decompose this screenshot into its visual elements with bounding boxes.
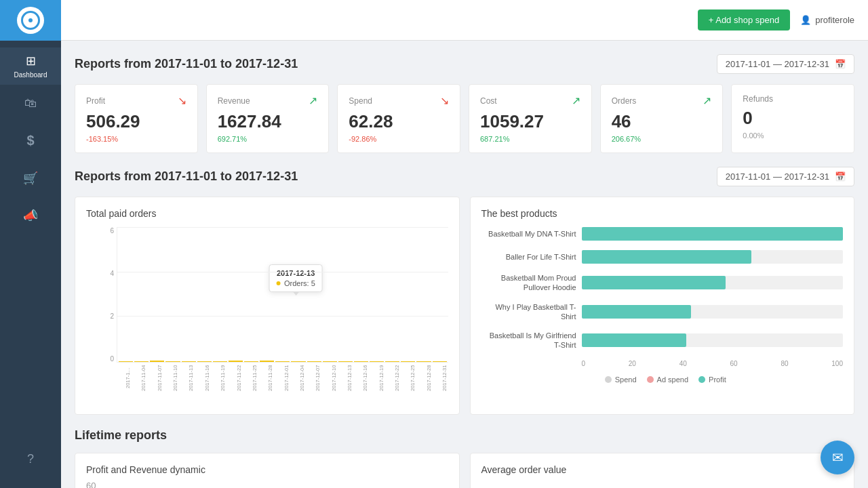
dashboard-icon: ⊞: [26, 54, 36, 68]
lifetime-title: Lifetime reports: [75, 428, 854, 443]
sidebar-item-finance[interactable]: $: [0, 122, 61, 159]
x-label-21: 2017-12-31: [433, 363, 448, 393]
stat-value-orders: 46: [612, 111, 712, 132]
sidebar-item-campaigns[interactable]: 📣: [0, 197, 61, 234]
trend-icon-revenue: ↗: [309, 94, 317, 107]
topbar: + Add shop spend 👤 profiterole: [61, 0, 868, 41]
sidebar-item-help[interactable]: ?: [27, 441, 34, 478]
x-label-100: 100: [831, 360, 843, 367]
bar-2017-1: [119, 361, 133, 362]
chat-icon: ✉: [832, 449, 844, 466]
x-label-15: 2017-12-13: [338, 363, 353, 393]
lifetime-profit-revenue-value: 60: [86, 481, 448, 488]
y-label-2: 2: [110, 312, 114, 320]
y-label-6: 6: [110, 227, 114, 235]
product-label-4: Why I Play Basketball T-Shirt: [488, 302, 576, 322]
stat-value-spend: 62.28: [349, 111, 449, 132]
x-label-60: 60: [730, 360, 738, 367]
product-track-3: [582, 276, 844, 289]
sidebar-item-dashboard[interactable]: ⊞ Dashboard: [0, 47, 61, 85]
chat-button[interactable]: ✉: [821, 441, 854, 474]
calendar-icon-1: 📅: [835, 59, 846, 69]
x-label-3: 2017-11-07: [149, 363, 163, 393]
x-label-5: 2017-11-13: [180, 363, 194, 393]
legend-label-spend: Spend: [615, 375, 637, 384]
sidebar: ⊞ Dashboard 🛍 $ 🛒 📣 ?: [0, 0, 61, 488]
legend-dot-profit: [698, 376, 705, 383]
stat-change-revenue: 692.71%: [218, 135, 318, 143]
bar-2017-12-04: [291, 361, 305, 362]
trend-icon-orders: ↗: [703, 94, 711, 107]
lifetime-chart-avg-order: Average order value: [470, 453, 855, 488]
stat-value-profit: 506.29: [86, 111, 186, 132]
x-label-20: 20: [629, 360, 636, 367]
user-icon: 👤: [800, 15, 811, 25]
user-menu[interactable]: 👤 profiterole: [800, 15, 854, 25]
legend-profit: Profit: [698, 375, 726, 384]
sidebar-item-label-dashboard: Dashboard: [14, 71, 47, 79]
reports-section1-title: Reports from 2017-11-01 to 2017-12-31: [75, 57, 298, 71]
add-shop-spend-button[interactable]: + Add shop spend: [698, 9, 790, 30]
bar-2017-12-31: [433, 361, 447, 362]
h-bar-chart: Basketball My DNA T-Shirt Baller For Lif…: [481, 227, 844, 384]
product-track-1: [582, 227, 844, 241]
main-content: + Add shop spend 👤 profiterole Reports f…: [61, 0, 868, 488]
date-range-picker-1[interactable]: 2017-11-01 — 2017-12-31 📅: [717, 54, 854, 74]
legend-ad-spend: Ad spend: [647, 375, 688, 384]
date-range-1-label: 2017-11-01 — 2017-12-31: [726, 59, 829, 69]
product-row-2: Baller For Life T-Shirt: [488, 250, 844, 264]
x-label-9: 2017-11-25: [243, 363, 258, 393]
x-label-13: 2017-12-07: [307, 363, 321, 393]
stat-change-orders: 206.67%: [612, 135, 712, 143]
lifetime-profit-revenue-title: Profit and Revenue dynamic: [86, 464, 448, 475]
bar-2017-12-10: [323, 361, 337, 362]
h-x-axis: 0 20 40 60 80 100: [488, 360, 844, 367]
page-content: Reports from 2017-11-01 to 2017-12-31 20…: [61, 41, 868, 488]
x-label-7: 2017-11-19: [212, 363, 226, 393]
y-label-0: 0: [110, 355, 114, 363]
help-icon: ?: [27, 452, 34, 466]
date-range-picker-2[interactable]: 2017-11-01 — 2017-12-31 📅: [717, 167, 854, 186]
product-row-1: Basketball My DNA T-Shirt: [488, 227, 844, 241]
product-bar-3: [582, 276, 726, 289]
sidebar-item-cart[interactable]: 🛒: [0, 159, 61, 197]
charts-grid: Total paid orders 2017-12-13 Orders: 5: [75, 197, 854, 415]
product-bar-2: [582, 250, 752, 264]
sidebar-item-orders[interactable]: 🛍: [0, 85, 61, 122]
reports-section2-header: Reports from 2017-11-01 to 2017-12-31 20…: [75, 167, 854, 186]
trend-icon-spend: ↘: [440, 94, 449, 107]
bar-2017-12-13-highlight: [338, 361, 353, 362]
sidebar-logo[interactable]: [0, 0, 61, 41]
stat-label-refunds: Refunds: [743, 94, 773, 104]
bar-2017-11-07: [150, 361, 164, 362]
legend-dot-spend: [605, 376, 612, 383]
bar-2017-11-25: [244, 361, 258, 362]
trend-icon-profit: ↘: [178, 94, 186, 107]
bar-2017-12-07: [307, 361, 321, 362]
lifetime-chart-profit-revenue: Profit and Revenue dynamic 60: [75, 453, 460, 488]
bar-2017-12-16: [354, 361, 368, 362]
stat-card-profit: Profit ↘ 506.29 -163.15%: [75, 84, 198, 153]
x-label-8: 2017-11-22: [228, 363, 242, 393]
x-label-6: 2017-11-16: [196, 363, 210, 393]
x-label-80: 80: [781, 360, 788, 367]
username-label: profiterole: [815, 15, 854, 25]
bar-2017-12-25: [401, 361, 415, 362]
x-label-18: 2017-12-22: [386, 363, 400, 393]
bar-2017-12-28: [416, 361, 431, 362]
bar-2017-12-01: [275, 361, 290, 362]
sidebar-bottom: ?: [27, 441, 34, 488]
date-range-2-label: 2017-11-01 — 2017-12-31: [726, 171, 829, 182]
product-track-5: [582, 333, 844, 347]
trend-icon-cost: ↗: [572, 94, 580, 107]
stat-card-refunds: Refunds 0 0.00%: [731, 84, 854, 153]
x-label-4: 2017-11-10: [164, 363, 178, 393]
legend-label-profit: Profit: [709, 375, 726, 384]
stat-card-cost: Cost ↗ 1059.27 687.21%: [469, 84, 592, 153]
chart-legend: Spend Ad spend Profit: [488, 375, 844, 384]
lifetime-charts: Profit and Revenue dynamic 60 Average or…: [75, 453, 854, 488]
stat-label-spend: Spend: [349, 96, 372, 106]
x-label-14: 2017-12-10: [323, 363, 337, 393]
product-row-4: Why I Play Basketball T-Shirt: [488, 302, 844, 322]
product-track-2: [582, 250, 844, 264]
